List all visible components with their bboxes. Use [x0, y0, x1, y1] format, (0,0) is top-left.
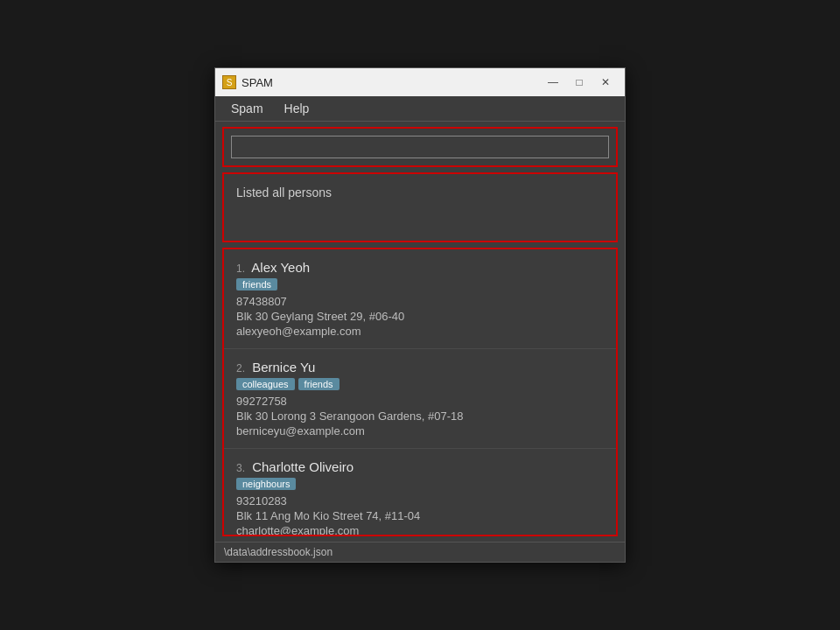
person-phone: 99272758	[236, 395, 604, 408]
person-email: berniceyu@example.com	[236, 424, 604, 438]
person-name: 2. Bernice Yu	[236, 360, 604, 374]
persons-list[interactable]: 1. Alex Yeohfriends87438807Blk 30 Geylan…	[222, 248, 618, 536]
window-controls: — □ ✕	[541, 73, 618, 92]
person-address: Blk 30 Lorong 3 Serangoon Gardens, #07-1…	[236, 410, 604, 423]
person-index: 1.	[236, 262, 245, 275]
person-name: 3. Charlotte Oliveiro	[236, 459, 604, 474]
menu-item-spam[interactable]: Spam	[222, 98, 272, 119]
tag: neighbours	[236, 478, 296, 490]
person-email: charlotte@example.com	[236, 524, 604, 536]
person-tags: colleaguesfriends	[236, 378, 604, 390]
person-address: Blk 30 Geylang Street 29, #06-40	[236, 310, 604, 323]
app-icon-letter: S	[227, 78, 233, 88]
person-index: 3.	[236, 462, 245, 474]
search-area	[222, 127, 618, 167]
person-tags: neighbours	[236, 478, 604, 490]
search-input[interactable]	[231, 136, 609, 158]
tag: friends	[236, 278, 277, 290]
menu-item-help[interactable]: Help	[276, 98, 318, 119]
main-window: S SPAM — □ ✕ Spam Help Listed all person…	[214, 67, 626, 563]
list-item[interactable]: 2. Bernice Yucolleaguesfriends99272758Bl…	[224, 349, 616, 449]
title-bar-left: S SPAM	[222, 75, 273, 89]
minimize-button[interactable]: —	[541, 73, 565, 92]
person-tags: friends	[236, 278, 604, 290]
title-bar: S SPAM — □ ✕	[215, 68, 625, 96]
close-button[interactable]: ✕	[593, 73, 618, 92]
person-phone: 87438807	[236, 295, 604, 308]
window-title: SPAM	[242, 76, 273, 89]
list-item[interactable]: 3. Charlotte Oliveironeighbours93210283B…	[224, 449, 616, 536]
maximize-button[interactable]: □	[567, 73, 592, 92]
person-index: 2.	[236, 362, 245, 374]
menu-bar: Spam Help	[215, 96, 625, 122]
status-bar: \data\addressbook.json	[215, 542, 625, 562]
status-text: Listed all persons	[236, 186, 332, 200]
person-address: Blk 11 Ang Mo Kio Street 74, #11-04	[236, 509, 604, 522]
person-phone: 93210283	[236, 494, 604, 508]
file-path: \data\addressbook.json	[224, 546, 332, 558]
tag: colleagues	[236, 378, 295, 390]
tag: friends	[298, 378, 340, 390]
status-area: Listed all persons	[222, 172, 618, 242]
list-item[interactable]: 1. Alex Yeohfriends87438807Blk 30 Geylan…	[224, 249, 616, 349]
app-icon: S	[222, 75, 236, 89]
person-email: alexyeoh@example.com	[236, 325, 604, 338]
person-name: 1. Alex Yeoh	[236, 260, 604, 275]
